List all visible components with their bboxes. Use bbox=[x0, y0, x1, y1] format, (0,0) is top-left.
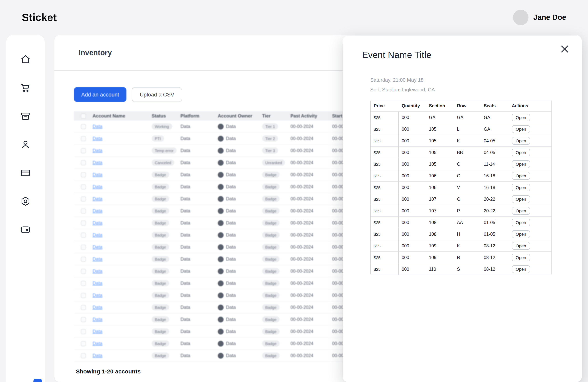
col-account-owner: Account Owner bbox=[218, 113, 262, 119]
section-cell: 107 bbox=[426, 193, 454, 205]
open-button[interactable]: Open bbox=[512, 183, 530, 191]
row-checkbox[interactable] bbox=[81, 353, 86, 358]
account-name-link[interactable]: Data bbox=[93, 232, 103, 238]
row-checkbox[interactable] bbox=[81, 208, 86, 213]
open-button[interactable]: Open bbox=[512, 242, 530, 250]
col-account-name: Account Name bbox=[93, 113, 152, 119]
status-badge: Badge bbox=[152, 304, 169, 310]
account-name-link[interactable]: Data bbox=[93, 280, 103, 286]
account-name-link[interactable]: Data bbox=[93, 196, 103, 202]
row-checkbox[interactable] bbox=[81, 293, 86, 298]
sidebar-item-wallet[interactable] bbox=[20, 224, 31, 235]
row-checkbox[interactable] bbox=[81, 148, 86, 153]
row-checkbox[interactable] bbox=[81, 172, 86, 177]
account-name-link[interactable]: Data bbox=[93, 256, 103, 262]
open-button[interactable]: Open bbox=[512, 265, 530, 273]
owner-avatar bbox=[218, 292, 224, 298]
status-badge: Working bbox=[152, 123, 172, 129]
account-name-link[interactable]: Data bbox=[93, 353, 103, 358]
account-name-link[interactable]: Data bbox=[93, 244, 103, 250]
open-button[interactable]: Open bbox=[512, 160, 530, 168]
owner-name: Data bbox=[226, 148, 236, 153]
col-row: Row bbox=[454, 100, 481, 111]
account-name-link[interactable]: Data bbox=[93, 293, 103, 298]
archive-box-icon bbox=[20, 111, 31, 121]
seat-row: $25 000 107 G 20-22 Open bbox=[371, 193, 551, 205]
owner-name: Data bbox=[226, 172, 236, 177]
row-checkbox[interactable] bbox=[81, 124, 86, 129]
platform-cell: Data bbox=[180, 184, 218, 190]
owner-avatar bbox=[218, 148, 224, 153]
account-name-link[interactable]: Data bbox=[93, 148, 103, 153]
past-activity-cell: 00-00-2024 bbox=[291, 196, 332, 201]
account-name-link[interactable]: Data bbox=[93, 268, 103, 274]
seats-cell: 16-18 bbox=[481, 170, 509, 181]
upload-csv-button[interactable]: Upload a CSV bbox=[132, 87, 182, 102]
row-checkbox[interactable] bbox=[81, 220, 86, 225]
row-checkbox[interactable] bbox=[81, 244, 86, 250]
row-checkbox[interactable] bbox=[81, 196, 86, 201]
row-checkbox[interactable] bbox=[81, 341, 86, 346]
row-cell: H bbox=[454, 228, 481, 240]
sidebar-item-archive[interactable] bbox=[20, 110, 31, 121]
row-checkbox[interactable] bbox=[81, 256, 86, 262]
row-checkbox[interactable] bbox=[81, 136, 86, 141]
account-name-link[interactable]: Data bbox=[93, 172, 103, 177]
account-name-link[interactable]: Data bbox=[93, 220, 103, 226]
status-badge: Badge bbox=[152, 184, 169, 190]
row-checkbox[interactable] bbox=[81, 233, 86, 237]
account-name-link[interactable]: Data bbox=[93, 341, 103, 346]
user-menu[interactable]: Jane Doe bbox=[513, 10, 566, 25]
row-checkbox[interactable] bbox=[81, 329, 86, 334]
sidebar-item-users[interactable] bbox=[20, 139, 31, 150]
open-button[interactable]: Open bbox=[512, 113, 530, 121]
owner-avatar bbox=[218, 329, 224, 334]
account-name-link[interactable]: Data bbox=[93, 329, 103, 334]
account-name-link[interactable]: Data bbox=[93, 184, 103, 190]
row-checkbox[interactable] bbox=[81, 160, 86, 165]
seats-cell: GA bbox=[481, 123, 509, 135]
owner-avatar bbox=[218, 268, 224, 274]
platform-cell: Data bbox=[180, 317, 218, 322]
tier-badge: Tier 1 bbox=[262, 123, 278, 129]
row-checkbox[interactable] bbox=[81, 281, 86, 286]
close-button[interactable] bbox=[559, 43, 570, 54]
event-datetime: Saturday, 21:00 May 18 bbox=[370, 75, 582, 85]
sidebar-item-inventory[interactable] bbox=[20, 82, 31, 93]
status-badge: Badge bbox=[152, 352, 169, 359]
user-avatar[interactable] bbox=[513, 10, 528, 25]
row-checkbox[interactable] bbox=[81, 317, 86, 322]
past-activity-cell: 00-00-2024 bbox=[291, 184, 332, 189]
open-button[interactable]: Open bbox=[512, 149, 530, 156]
open-button[interactable]: Open bbox=[512, 218, 530, 226]
sidebar-item-settings[interactable] bbox=[20, 196, 31, 207]
select-all-checkbox[interactable] bbox=[81, 113, 86, 118]
open-button[interactable]: Open bbox=[512, 125, 530, 133]
open-button[interactable]: Open bbox=[512, 254, 530, 261]
open-button[interactable]: Open bbox=[512, 172, 530, 180]
open-button[interactable]: Open bbox=[512, 207, 530, 214]
open-button[interactable]: Open bbox=[512, 230, 530, 238]
account-name-link[interactable]: Data bbox=[93, 208, 103, 213]
row-checkbox[interactable] bbox=[81, 305, 86, 310]
sidebar-item-billing[interactable] bbox=[20, 167, 31, 178]
account-name-link[interactable]: Data bbox=[93, 317, 103, 322]
status-badge: Badge bbox=[152, 171, 169, 178]
account-name-link[interactable]: Data bbox=[93, 305, 103, 310]
col-actions: Actions bbox=[509, 100, 551, 111]
row-cell: C bbox=[454, 170, 481, 181]
platform-cell: Data bbox=[180, 232, 218, 238]
add-account-button[interactable]: Add an account bbox=[74, 87, 126, 102]
open-button[interactable]: Open bbox=[512, 137, 530, 145]
past-activity-cell: 00-00-2024 bbox=[291, 281, 332, 286]
account-name-link[interactable]: Data bbox=[93, 160, 103, 165]
account-name-link[interactable]: Data bbox=[93, 124, 103, 129]
row-checkbox[interactable] bbox=[81, 269, 86, 274]
row-checkbox[interactable] bbox=[81, 184, 86, 189]
account-name-link[interactable]: Data bbox=[93, 136, 103, 141]
owner-name: Data bbox=[226, 244, 236, 250]
sidebar-item-home[interactable] bbox=[20, 54, 31, 64]
col-quantity: Quantity bbox=[399, 100, 426, 111]
owner-name: Data bbox=[226, 280, 236, 286]
open-button[interactable]: Open bbox=[512, 195, 530, 203]
